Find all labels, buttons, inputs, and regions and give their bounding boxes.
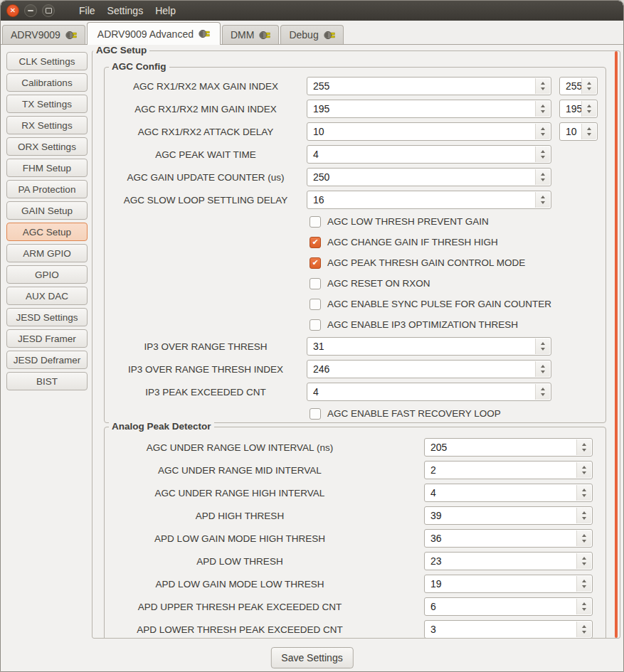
spin-down-icon[interactable]	[541, 133, 545, 136]
spin-down-icon[interactable]	[582, 562, 586, 565]
spinbox[interactable]: 2	[424, 461, 593, 479]
spin-down-icon[interactable]	[541, 201, 545, 204]
spinbox[interactable]: 255	[559, 77, 598, 95]
spin-up-icon[interactable]	[541, 388, 545, 390]
spinbox[interactable]: 10	[559, 122, 598, 141]
spin-up-icon[interactable]	[541, 127, 545, 130]
sidebar-item-gain-setup[interactable]: GAIN Setup	[6, 201, 88, 220]
spin-buttons[interactable]	[581, 101, 596, 117]
spin-down-icon[interactable]	[541, 110, 545, 113]
sidebar-item-rx-settings[interactable]: RX Settings	[6, 116, 88, 134]
spin-up-icon[interactable]	[587, 82, 591, 85]
checkbox-agc-enable-fast-recovery-loop[interactable]	[310, 408, 321, 420]
spin-buttons[interactable]	[576, 439, 591, 455]
spin-buttons[interactable]	[576, 485, 591, 501]
checkbox-agc-change-gain-if-thresh-high[interactable]: ✔	[310, 237, 321, 248]
maximize-icon[interactable]	[42, 4, 55, 17]
spin-down-icon[interactable]	[541, 156, 545, 159]
spinbox[interactable]: 3	[424, 620, 593, 639]
spinbox[interactable]: 250	[307, 168, 551, 186]
spinbox[interactable]: 6	[424, 597, 593, 616]
spin-buttons[interactable]	[576, 553, 591, 569]
spin-up-icon[interactable]	[582, 557, 586, 560]
checkbox-agc-enable-sync-pulse-for-gain-counter[interactable]	[310, 299, 321, 310]
spin-buttons[interactable]	[576, 462, 591, 478]
sidebar-item-gpio[interactable]: GPIO	[6, 265, 88, 284]
spinbox[interactable]: 4	[307, 383, 551, 401]
spin-up-icon[interactable]	[582, 602, 586, 605]
spin-down-icon[interactable]	[541, 87, 545, 90]
spin-up-icon[interactable]	[541, 342, 545, 345]
spinbox[interactable]: 246	[307, 360, 551, 378]
spin-buttons[interactable]	[576, 576, 591, 592]
spin-down-icon[interactable]	[541, 348, 545, 351]
tab-debug[interactable]: Debug	[280, 25, 343, 44]
spinbox[interactable]: 4	[307, 145, 551, 164]
tab-adrv9009-advanced[interactable]: ADRV9009 Advanced	[87, 22, 221, 45]
sidebar-item-clk-settings[interactable]: CLK Settings	[6, 52, 88, 70]
sidebar-item-aux-dac[interactable]: AUX DAC	[6, 287, 88, 305]
spin-down-icon[interactable]	[541, 370, 545, 373]
sidebar-item-arm-gpio[interactable]: ARM GPIO	[6, 244, 88, 262]
tab-dmm[interactable]: DMM	[222, 25, 279, 44]
spin-buttons[interactable]	[581, 124, 596, 139]
close-icon[interactable]: ✕	[6, 4, 19, 17]
spin-down-icon[interactable]	[582, 585, 586, 588]
sidebar-item-tx-settings[interactable]: TX Settings	[6, 95, 88, 113]
sidebar-item-calibrations[interactable]: Calibrations	[6, 73, 88, 92]
checkbox-agc-enable-ip3-optimization-thresh[interactable]	[310, 319, 321, 331]
spinbox[interactable]: 31	[307, 337, 551, 356]
spinbox[interactable]: 23	[424, 552, 593, 570]
tab-adrv9009[interactable]: ADRV9009	[2, 25, 85, 44]
sidebar-item-fhm-setup[interactable]: FHM Setup	[6, 159, 88, 177]
menu-settings[interactable]: Settings	[107, 5, 144, 16]
spin-up-icon[interactable]	[582, 511, 586, 514]
sidebar-item-jesd-deframer[interactable]: JESD Deframer	[6, 351, 88, 369]
spin-up-icon[interactable]	[541, 105, 545, 107]
vertical-scrollbar[interactable]	[615, 51, 618, 638]
spin-buttons[interactable]	[535, 169, 550, 185]
spin-up-icon[interactable]	[541, 150, 545, 153]
checkbox-agc-low-thresh-prevent-gain[interactable]	[310, 216, 321, 228]
spin-down-icon[interactable]	[587, 87, 591, 90]
spinbox[interactable]: 195	[307, 100, 551, 118]
spin-buttons[interactable]	[535, 78, 550, 94]
spin-up-icon[interactable]	[541, 196, 545, 198]
spin-buttons[interactable]	[535, 146, 550, 162]
checkbox-agc-reset-on-rxon[interactable]	[310, 278, 321, 289]
spin-down-icon[interactable]	[582, 608, 586, 611]
sidebar-item-agc-setup[interactable]: AGC Setup	[6, 223, 88, 241]
spin-down-icon[interactable]	[582, 631, 586, 634]
spin-up-icon[interactable]	[582, 534, 586, 537]
spin-down-icon[interactable]	[587, 133, 591, 136]
sidebar-item-jesd-settings[interactable]: JESD Settings	[6, 308, 88, 326]
spin-buttons[interactable]	[535, 384, 550, 400]
spin-down-icon[interactable]	[582, 517, 586, 520]
spinbox[interactable]: 19	[424, 575, 593, 593]
spinbox[interactable]: 205	[424, 438, 593, 457]
spin-up-icon[interactable]	[587, 105, 591, 107]
spin-buttons[interactable]	[535, 101, 550, 117]
sidebar-item-bist[interactable]: BIST	[6, 372, 88, 390]
spinbox[interactable]: 255	[307, 77, 551, 95]
spin-up-icon[interactable]	[541, 82, 545, 85]
spin-down-icon[interactable]	[582, 449, 586, 452]
checkbox-agc-peak-thresh-gain-control-mode[interactable]: ✔	[310, 257, 321, 269]
spinbox[interactable]: 10	[307, 122, 551, 141]
sidebar-item-orx-settings[interactable]: ORX Settings	[6, 137, 88, 156]
spin-buttons[interactable]	[576, 622, 591, 637]
menu-file[interactable]: File	[79, 5, 95, 16]
spin-buttons[interactable]	[535, 192, 550, 208]
spin-buttons[interactable]	[581, 78, 596, 94]
spinbox[interactable]: 39	[424, 506, 593, 525]
spin-buttons[interactable]	[576, 599, 591, 614]
sidebar-item-pa-protection[interactable]: PA Protection	[6, 180, 88, 198]
spinbox[interactable]: 16	[307, 191, 551, 209]
spin-up-icon[interactable]	[587, 127, 591, 130]
spin-up-icon[interactable]	[582, 625, 586, 628]
sidebar-item-jesd-framer[interactable]: JESD Framer	[6, 329, 88, 348]
spin-down-icon[interactable]	[587, 110, 591, 113]
spin-up-icon[interactable]	[582, 443, 586, 446]
spinbox[interactable]: 36	[424, 529, 593, 548]
spin-down-icon[interactable]	[582, 471, 586, 474]
